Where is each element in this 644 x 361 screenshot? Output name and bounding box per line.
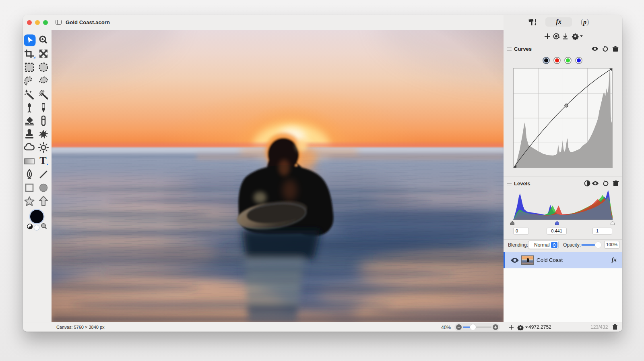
svg-text:T: T (39, 156, 46, 166)
